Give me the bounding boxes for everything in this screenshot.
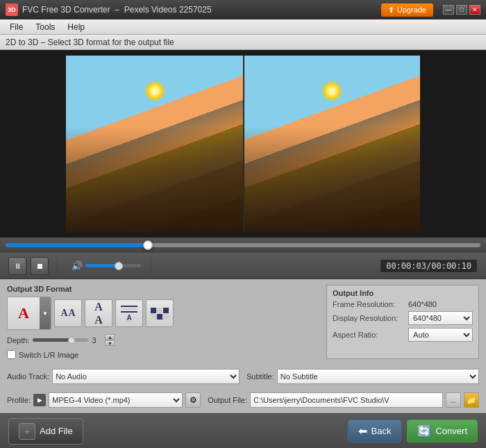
menu-bar: File Tools Help — [0, 19, 486, 35]
seek-area[interactable] — [0, 238, 486, 253]
upgrade-button[interactable]: ⬆ Upgrade — [381, 3, 433, 17]
menu-file[interactable]: File — [4, 21, 28, 33]
subtitle-section: Subtitle: No Subtitle — [246, 369, 479, 384]
time-current: 00:00:03 — [386, 261, 426, 271]
volume-thumb[interactable] — [115, 262, 123, 270]
format-section: Output 3D Format A ▼ A A — [7, 285, 319, 359]
back-button[interactable]: ⬅ Back — [348, 420, 402, 442]
depth-label: Depth: — [7, 336, 29, 345]
file-name: Pexels Videos 2257025 — [124, 5, 212, 15]
video-scene-left — [66, 56, 243, 233]
video-scene-right — [243, 56, 420, 233]
depth-thumb[interactable] — [68, 337, 75, 344]
separator — [57, 258, 58, 274]
convert-icon: 🔄 — [417, 424, 431, 438]
app-icon: 3D — [6, 3, 18, 16]
separator2 — [151, 258, 151, 274]
close-button[interactable]: ✕ — [469, 5, 480, 15]
anaglyph-button[interactable]: A — [8, 297, 40, 329]
output-info: Output Info Frame Resolution: 640*480 Di… — [326, 285, 479, 359]
minimize-button[interactable]: — — [443, 5, 454, 15]
depth-section: Depth: 3 ▲ ▼ Switch L/R Image — [7, 334, 319, 359]
profile-select[interactable]: MPEG-4 Video (*.mp4) — [49, 392, 183, 408]
bottom-bar: + Add File ⬅ Back 🔄 Convert — [0, 413, 486, 448]
anaglyph-btn-group: A ▼ — [7, 297, 51, 330]
depth-slider[interactable] — [33, 338, 88, 342]
frame-res-label: Frame Resolution: — [333, 300, 405, 308]
output-path-display: C:\Users\jerry\Documents\FVC Studio\V — [250, 392, 443, 408]
video-divider — [243, 56, 244, 233]
main-content: ⏸ ⏹ 🔊 00:00:03/00:00:10 Output 3D Format — [0, 50, 486, 448]
add-file-label: Add File — [40, 426, 73, 436]
time-display: 00:00:03/00:00:10 — [380, 259, 478, 273]
anaglyph-dropdown[interactable]: ▼ — [40, 297, 51, 329]
time-total: 00:00:10 — [431, 261, 471, 271]
restore-button[interactable]: □ — [456, 5, 467, 15]
status-text: 2D to 3D – Select 3D format for the outp… — [6, 38, 174, 47]
display-res-label: Display Resolution: — [333, 314, 405, 322]
pause-button[interactable]: ⏸ — [8, 257, 26, 275]
settings-gear-button[interactable]: ⚙ — [185, 392, 201, 408]
window-controls: — □ ✕ — [443, 5, 480, 15]
tb-icon: A A — [94, 301, 103, 326]
title-left: 3D FVC Free 3D Converter – Pexels Videos… — [6, 3, 212, 16]
volume-area: 🔊 — [72, 260, 141, 271]
top-bottom-button[interactable]: A A — [85, 299, 112, 327]
profile-icon: ▶ — [33, 394, 46, 406]
volume-icon: 🔊 — [72, 260, 83, 271]
depth-spinners: ▲ ▼ — [105, 334, 115, 346]
audio-select[interactable]: No Audio — [52, 369, 240, 384]
sun-left — [144, 81, 165, 101]
menu-tools[interactable]: Tools — [30, 21, 60, 33]
audio-section: Audio Track: No Audio — [7, 369, 240, 384]
line-interleave-button[interactable]: A — [115, 299, 143, 327]
buildings-left — [66, 126, 243, 233]
checkerboard-button[interactable] — [146, 299, 174, 327]
browse-dots-button[interactable]: ... — [446, 392, 461, 408]
upload-icon: ⬆ — [388, 6, 394, 15]
buildings-right — [243, 126, 420, 233]
display-res-row: Display Resolution: 640*480 — [333, 311, 473, 325]
aspect-select[interactable]: Auto — [408, 328, 473, 342]
output-section: Output File: C:\Users\jerry\Documents\FV… — [208, 392, 479, 408]
switch-lr-label[interactable]: Switch L/R Image — [19, 351, 78, 359]
video-left — [66, 56, 243, 233]
format-buttons: A ▼ A A A A — [7, 297, 319, 330]
output-info-title: Output Info — [333, 289, 473, 297]
side-by-side-button[interactable]: A A — [54, 299, 82, 327]
lower-panel: Output 3D Format A ▼ A A — [0, 279, 486, 413]
switch-lr: Switch L/R Image — [7, 350, 319, 359]
subtitle-label: Subtitle: — [246, 372, 274, 381]
stop-icon: ⏹ — [36, 262, 44, 270]
depth-down[interactable]: ▼ — [105, 340, 115, 346]
seek-thumb[interactable] — [143, 240, 153, 250]
stop-button[interactable]: ⏹ — [31, 257, 49, 275]
seek-track[interactable] — [6, 243, 480, 247]
back-icon: ⬅ — [358, 424, 367, 438]
depth-value: 3 — [92, 336, 101, 345]
settings-row2: Audio Track: No Audio Subtitle: No Subti… — [7, 369, 479, 384]
title-text: FVC Free 3D Converter – Pexels Videos 22… — [22, 5, 212, 15]
cb-icon — [151, 308, 169, 320]
display-res-select[interactable]: 640*480 — [408, 311, 473, 325]
add-file-icon: + — [19, 423, 35, 440]
pause-icon: ⏸ — [14, 262, 22, 270]
open-folder-button[interactable]: 📁 — [464, 392, 479, 408]
controls-bar: ⏸ ⏹ 🔊 00:00:03/00:00:10 — [0, 253, 486, 279]
frame-res-value: 640*480 — [408, 300, 437, 308]
title-bar: 3D FVC Free 3D Converter – Pexels Videos… — [0, 0, 486, 19]
settings-row1: Output 3D Format A ▼ A A — [7, 285, 479, 359]
convert-button[interactable]: 🔄 Convert — [407, 420, 478, 442]
sbs-icon: A A — [60, 308, 75, 319]
subtitle-select[interactable]: No Subtitle — [277, 369, 479, 384]
switch-lr-checkbox[interactable] — [7, 350, 16, 359]
output-file-label: Output File: — [208, 396, 247, 404]
depth-up[interactable]: ▲ — [105, 334, 115, 340]
menu-help[interactable]: Help — [62, 21, 90, 33]
volume-track[interactable] — [85, 264, 141, 267]
add-file-button[interactable]: + Add File — [8, 418, 83, 445]
sun-right — [321, 81, 342, 101]
video-area — [0, 50, 486, 238]
depth-row: Depth: 3 ▲ ▼ — [7, 334, 319, 346]
video-right — [243, 56, 420, 233]
